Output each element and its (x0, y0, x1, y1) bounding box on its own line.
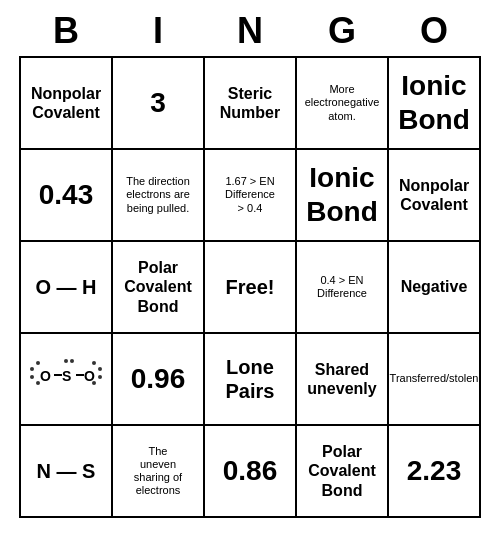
cell-r5c1: N — S (21, 426, 113, 518)
cell-r3c2: PolarCovalentBond (113, 242, 205, 334)
cell-r2c3: 1.67 > ENDifference> 0.4 (205, 150, 297, 242)
cell-r2c4: IonicBond (297, 150, 389, 242)
cell-r1c5: IonicBond (389, 58, 481, 150)
svg-text:O: O (40, 368, 51, 384)
title-o: O (388, 10, 480, 52)
cell-r2c2: The directionelectrons arebeing pulled. (113, 150, 205, 242)
cell-r5c4: PolarCovalentBond (297, 426, 389, 518)
svg-point-0 (30, 367, 34, 371)
cell-r4c3: LonePairs (205, 334, 297, 426)
cell-r4c5: Transferred/stolen (389, 334, 481, 426)
cell-r4c4: Sharedunevenly (297, 334, 389, 426)
title-g: G (296, 10, 388, 52)
svg-point-12 (92, 381, 96, 385)
cell-r2c1: 0.43 (21, 150, 113, 242)
svg-point-2 (36, 361, 40, 365)
cell-r2c5: NonpolarCovalent (389, 150, 481, 242)
title-n: N (204, 10, 296, 52)
cell-r3c1: O — H (21, 242, 113, 334)
bingo-grid: NonpolarCovalent 3 StericNumber Moreelec… (19, 56, 481, 518)
svg-point-9 (98, 367, 102, 371)
cell-r1c2: 3 (113, 58, 205, 150)
cell-r3c3: Free! (205, 242, 297, 334)
svg-point-11 (92, 361, 96, 365)
cell-r3c4: 0.4 > ENDifference (297, 242, 389, 334)
svg-point-1 (30, 375, 34, 379)
cell-r1c3: StericNumber (205, 58, 297, 150)
cell-r1c4: Moreelectronegativeatom. (297, 58, 389, 150)
cell-r4c2: 0.96 (113, 334, 205, 426)
svg-point-10 (98, 375, 102, 379)
cell-r4c1: O S O (21, 334, 113, 426)
so2-molecule-icon: O S O (26, 349, 106, 409)
title-b: B (20, 10, 112, 52)
cell-r3c5: Negative (389, 242, 481, 334)
svg-point-14 (70, 359, 74, 363)
cell-r5c5: 2.23 (389, 426, 481, 518)
cell-r5c3: 0.86 (205, 426, 297, 518)
svg-text:S: S (62, 368, 71, 384)
title-i: I (112, 10, 204, 52)
cell-r1c1: NonpolarCovalent (21, 58, 113, 150)
cell-r5c2: Theunevensharing ofelectrons (113, 426, 205, 518)
svg-point-13 (64, 359, 68, 363)
bingo-title: B I N G O (20, 10, 480, 52)
